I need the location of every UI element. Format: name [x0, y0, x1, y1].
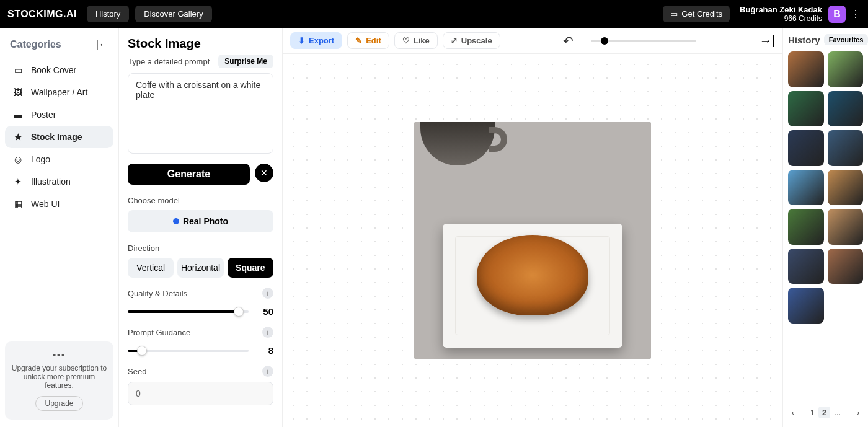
history-thumb[interactable]: [788, 249, 824, 284]
category-label: Logo: [31, 154, 50, 164]
category-item-wallpaper-art[interactable]: 🖼Wallpaper / Art: [5, 81, 113, 103]
export-button[interactable]: ⬇ Export: [290, 32, 342, 49]
quality-value: 50: [255, 306, 273, 317]
model-value: Real Photo: [183, 216, 228, 226]
direction-vertical-button[interactable]: Vertical: [128, 258, 174, 278]
heart-icon: ♡: [402, 36, 410, 45]
history-thumb[interactable]: [828, 91, 864, 127]
seed-label: Seed: [128, 367, 146, 376]
controls-panel: Stock Image Type a detailed prompt Surpr…: [119, 28, 283, 427]
edit-button[interactable]: ✎ Edit: [347, 32, 389, 49]
category-item-poster[interactable]: ▬Poster: [5, 103, 113, 126]
upscale-icon: ⤢: [451, 36, 458, 45]
category-icon: ★: [12, 132, 24, 142]
category-label: Web UI: [31, 199, 60, 209]
kebab-menu-icon[interactable]: ⋮: [851, 8, 861, 20]
zoom-slider[interactable]: [591, 40, 696, 42]
history-thumb[interactable]: [788, 288, 824, 324]
prev-page-icon[interactable]: ‹: [788, 407, 798, 418]
user-block: Buğrahan Zeki Kadak 966 Credits: [740, 5, 822, 24]
upgrade-text: Upgrade your subscription to unlock more…: [11, 364, 107, 390]
pencil-icon: ✎: [355, 36, 362, 45]
category-label: Illustration: [31, 177, 71, 187]
info-icon[interactable]: i: [262, 327, 273, 338]
history-thumb[interactable]: [828, 170, 864, 206]
history-thumb[interactable]: [788, 170, 824, 206]
like-label: Like: [414, 36, 430, 45]
category-item-stock-image[interactable]: ★Stock Image: [5, 126, 113, 148]
pager: ‹ 12... ›: [788, 400, 863, 421]
page-title: Stock Image: [128, 37, 273, 51]
guidance-label: Prompt Guidance: [128, 328, 190, 337]
favourites-button[interactable]: Favourites: [824, 34, 868, 45]
history-nav-button[interactable]: History: [87, 6, 129, 22]
history-thumb[interactable]: [828, 249, 864, 284]
model-label: Choose model: [128, 196, 273, 205]
export-label: Export: [309, 36, 334, 45]
guidance-value: 8: [255, 345, 273, 356]
direction-horizontal-button[interactable]: Horizontal: [177, 258, 223, 278]
category-item-illustration[interactable]: ✦Illustration: [5, 170, 113, 193]
quality-slider[interactable]: [128, 310, 249, 313]
close-icon: ✕: [260, 168, 268, 178]
category-icon: ▦: [12, 199, 24, 209]
page-2[interactable]: 2: [818, 407, 830, 418]
direction-square-button[interactable]: Square: [228, 258, 273, 278]
credit-card-icon: ▭: [670, 9, 678, 19]
canvas-body[interactable]: [283, 54, 782, 427]
top-bar: STOCKIMG.AI History Discover Gallery ▭ G…: [0, 0, 868, 28]
info-icon[interactable]: i: [262, 288, 273, 299]
user-name: Buğrahan Zeki Kadak: [740, 5, 822, 15]
category-icon: 🖼: [12, 87, 24, 97]
history-thumb[interactable]: [828, 51, 864, 87]
category-item-logo[interactable]: ◎Logo: [5, 148, 113, 170]
model-select[interactable]: Real Photo: [128, 210, 273, 232]
categories-title: Categories: [10, 39, 61, 50]
like-button[interactable]: ♡ Like: [394, 32, 438, 49]
category-item-web-ui[interactable]: ▦Web UI: [5, 193, 113, 215]
undo-icon[interactable]: ↶: [563, 33, 574, 48]
download-icon: ⬇: [298, 36, 305, 45]
loader-dots-icon: •••: [11, 350, 107, 360]
history-title: History: [788, 35, 820, 45]
upscale-button[interactable]: ⤢ Upscale: [443, 32, 500, 49]
cancel-button[interactable]: ✕: [255, 164, 273, 182]
edit-label: Edit: [366, 36, 381, 45]
upgrade-button[interactable]: Upgrade: [35, 396, 82, 411]
page-1[interactable]: 1: [807, 407, 818, 418]
history-thumb[interactable]: [828, 130, 864, 166]
info-icon[interactable]: i: [262, 366, 273, 377]
canvas-area: ⬇ Export ✎ Edit ♡ Like ⤢ Upscale ↶ →|: [283, 28, 782, 427]
get-credits-label: Get Credits: [681, 9, 722, 19]
avatar[interactable]: B: [828, 6, 846, 23]
get-credits-button[interactable]: ▭ Get Credits: [663, 6, 730, 22]
generated-image[interactable]: [414, 122, 651, 359]
history-thumb[interactable]: [788, 91, 824, 127]
surprise-me-button[interactable]: Surprise Me: [218, 55, 273, 68]
prompt-input[interactable]: [128, 73, 273, 154]
upgrade-box: ••• Upgrade your subscription to unlock …: [5, 341, 113, 420]
page-...[interactable]: ...: [830, 407, 844, 418]
history-thumb[interactable]: [788, 51, 824, 87]
category-label: Poster: [31, 110, 56, 120]
discover-gallery-button[interactable]: Discover Gallery: [135, 6, 211, 22]
seed-input[interactable]: [128, 382, 273, 405]
category-item-book-cover[interactable]: ▭Book Cover: [5, 59, 113, 81]
generate-button[interactable]: Generate: [128, 164, 250, 185]
quality-label: Quality & Details: [128, 289, 187, 298]
next-page-icon[interactable]: ›: [853, 407, 863, 418]
credits-count: 966 Credits: [740, 14, 822, 23]
history-thumb[interactable]: [788, 209, 824, 245]
category-label: Book Cover: [31, 65, 76, 75]
history-thumb[interactable]: [828, 209, 864, 245]
canvas-toolbar: ⬇ Export ✎ Edit ♡ Like ⤢ Upscale ↶ →|: [283, 28, 782, 54]
categories-sidebar: Categories |← ▭Book Cover🖼Wallpaper / Ar…: [0, 28, 119, 427]
collapse-sidebar-icon[interactable]: |←: [96, 39, 108, 50]
model-indicator-icon: [173, 218, 179, 224]
category-icon: ◎: [12, 154, 24, 164]
align-right-icon[interactable]: →|: [760, 33, 775, 48]
upscale-label: Upscale: [461, 36, 492, 45]
guidance-slider[interactable]: [128, 350, 249, 352]
history-panel: History Favourites ‹ 12... ›: [782, 28, 868, 427]
history-thumb[interactable]: [788, 130, 824, 166]
